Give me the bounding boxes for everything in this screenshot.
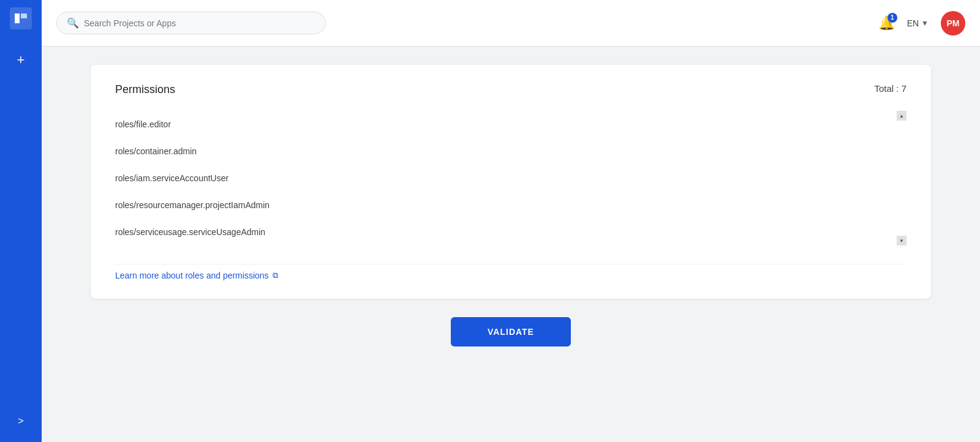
topbar: 🔍 🔔 1 EN ▼ PM — [42, 0, 980, 47]
expand-sidebar-button[interactable]: > — [10, 410, 32, 432]
scrollbar-arrows: ▲ ▼ — [897, 111, 907, 245]
learn-more-link[interactable]: Learn more about roles and permissions ⧉ — [115, 271, 907, 280]
topbar-right: 🔔 1 EN ▼ PM — [878, 11, 965, 36]
add-button[interactable]: + — [10, 49, 32, 71]
external-link-icon: ⧉ — [273, 271, 278, 280]
learn-more-text: Learn more about roles and permissions — [115, 271, 269, 280]
permissions-list-container: roles/file.editor roles/container.admin … — [115, 111, 907, 245]
list-item: roles/container.admin — [115, 138, 897, 165]
main-area: 🔍 🔔 1 EN ▼ PM Permissions Total : 7 rol — [42, 0, 980, 442]
notification-badge: 1 — [888, 13, 897, 23]
language-selector[interactable]: EN ▼ — [907, 18, 929, 28]
search-box[interactable]: 🔍 — [56, 12, 326, 34]
list-item: roles/resourcemanager.projectIamAdmin — [115, 192, 897, 219]
search-input[interactable] — [84, 18, 315, 28]
permissions-card: Permissions Total : 7 roles/file.editor … — [91, 65, 931, 299]
link-section: Learn more about roles and permissions ⧉ — [115, 264, 907, 280]
total-count: Total : 7 — [874, 83, 907, 94]
scroll-up-arrow[interactable]: ▲ — [897, 111, 907, 121]
validate-button[interactable]: VALIDATE — [451, 317, 571, 346]
list-item: roles/iam.serviceAccountUser — [115, 165, 897, 192]
search-icon: 🔍 — [67, 17, 79, 29]
chevron-down-icon: ▼ — [921, 19, 929, 28]
avatar[interactable]: PM — [941, 11, 965, 36]
permissions-title: Permissions — [115, 83, 907, 96]
validate-section: VALIDATE — [451, 317, 571, 346]
content-area: Permissions Total : 7 roles/file.editor … — [42, 47, 980, 442]
permissions-scroll[interactable]: roles/file.editor roles/container.admin … — [115, 111, 907, 245]
sidebar: + > — [0, 0, 42, 442]
language-label: EN — [907, 18, 919, 28]
notification-bell[interactable]: 🔔 1 — [878, 15, 895, 31]
list-item: roles/file.editor — [115, 111, 897, 138]
logo[interactable] — [9, 6, 33, 31]
scroll-down-arrow[interactable]: ▼ — [897, 236, 907, 245]
list-item: roles/serviceusage.serviceUsageAdmin — [115, 219, 897, 245]
